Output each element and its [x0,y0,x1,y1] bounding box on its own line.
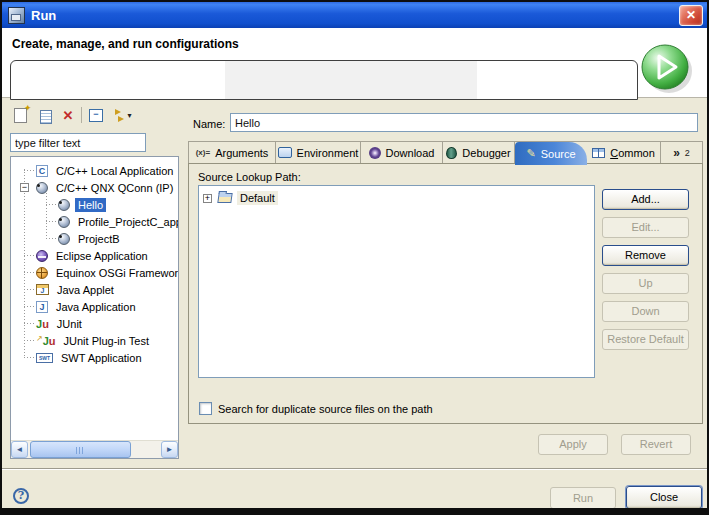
environment-icon [278,147,292,158]
junit-icon: Ju [36,318,49,330]
scroll-right-button[interactable]: ► [161,441,178,458]
tree-item-cpp-local-application[interactable]: C C/C++ Local Application [11,162,178,179]
qnx-target-icon [58,199,70,211]
window-bottom-edge [2,508,707,515]
name-label: Name: [193,118,225,130]
banner: Create, manage, and run configurations [2,28,707,98]
delete-configuration-button[interactable]: ✕ [59,107,77,124]
revert-button[interactable]: Revert [621,434,691,455]
tab-source[interactable]: ✎ Source [515,142,587,165]
thumb-grip-icon [76,447,85,454]
tab-overflow[interactable]: » 2 [661,142,702,163]
c-application-icon: C [36,165,48,177]
banner-message-area [10,60,638,100]
run-button[interactable]: Run [550,487,616,509]
left-arrow-icon: ◄ [16,445,24,454]
scrollbar-thumb[interactable] [30,441,131,458]
dialog-icon [8,7,25,24]
edit-button[interactable]: Edit... [602,217,689,238]
tree-item-swt-application[interactable]: SWT SWT Application [11,349,178,366]
eclipse-application-icon [36,250,48,262]
tree-item-projectb[interactable]: ProjectB [11,230,178,247]
tab-bar: (x)= Arguments Environment Download Debu… [188,141,703,163]
banner-message-placeholder [225,61,477,99]
right-arrow-icon: ► [166,445,174,454]
tree-item-java-applet[interactable]: J Java Applet [11,281,178,298]
duplicate-configuration-button[interactable] [35,107,53,124]
title-bar[interactable]: Run [2,2,707,28]
overflow-count: 2 [685,148,690,158]
duplicate-sources-checkbox[interactable] [199,402,212,415]
duplicate-sources-checkbox-label: Search for duplicate source files on the… [218,403,433,415]
down-button[interactable]: Down [602,301,689,322]
collapse-all-icon: − [89,109,103,122]
tree-item-eclipse-application[interactable]: Eclipse Application [11,247,178,264]
run-banner-icon [639,42,693,94]
overflow-chevron-icon: » [673,148,680,158]
swt-application-icon: SWT [36,353,53,363]
name-input[interactable] [230,113,698,132]
tab-arguments[interactable]: (x)= Arguments [189,142,276,163]
arguments-icon: (x)= [196,148,210,157]
qnx-target-icon [58,216,70,228]
help-icon: ? [18,489,24,502]
source-pencil-icon: ✎ [526,148,535,159]
duplicate-icon [40,110,52,124]
toolbar-separator [81,107,82,123]
tab-debugger[interactable]: Debugger [443,142,515,163]
scroll-left-button[interactable]: ◄ [11,441,28,458]
filter-input[interactable] [10,133,146,152]
banner-title: Create, manage, and run configurations [12,37,239,51]
collapse-all-button[interactable]: − [87,107,105,124]
configurations-tree: C C/C++ Local Application − C/C++ QNX QC… [10,156,179,459]
equinox-framework-icon [36,267,48,279]
tree-item-equinox-osgi[interactable]: Equinox OSGi Framework [11,264,178,281]
tree-item-java-application[interactable]: J Java Application [11,298,178,315]
qnx-target-icon [58,233,70,245]
expand-expander-icon[interactable]: + [203,194,212,203]
up-button[interactable]: Up [602,273,689,294]
remove-button[interactable]: Remove [602,245,689,266]
tree-item-junit[interactable]: Ju JUnit [11,315,178,332]
tab-common[interactable]: Common [587,142,661,163]
footer-divider [2,468,707,470]
collapse-expander-icon[interactable]: − [20,183,29,192]
dropdown-arrow-icon: ▾ [127,111,131,120]
tab-environment[interactable]: Environment [276,142,361,163]
filter-configurations-button[interactable]: ▾ [110,107,136,124]
debugger-icon [446,147,457,159]
close-window-button[interactable]: ✕ [679,5,703,26]
new-configuration-button[interactable]: ✦ [11,107,29,124]
run-dialog: Run ✕ Create, manage, and run configurat… [0,0,709,515]
tree-item-cpp-qnx-qconn[interactable]: − C/C++ QNX QConn (IP) [11,179,178,196]
common-table-icon [592,148,605,158]
java-application-icon: J [36,301,48,313]
new-configuration-icon: ✦ [14,108,27,123]
folder-icon [217,193,232,203]
tree-item-hello[interactable]: Hello [11,196,178,213]
tab-common-label: Common [610,147,655,159]
delete-icon: ✕ [63,109,74,122]
tree-item-profile-projectc[interactable]: Profile_ProjectC_app [11,213,178,230]
tab-download[interactable]: Download [361,142,443,163]
close-button[interactable]: Close [626,486,702,509]
help-button[interactable]: ? [13,488,29,504]
restore-default-button[interactable]: Restore Default [602,329,689,350]
java-applet-icon: J [36,284,49,295]
close-icon: ✕ [686,8,696,22]
window-title: Run [31,8,56,23]
download-icon [369,147,381,159]
add-button[interactable]: Add... [602,189,689,210]
junit-plugin-icon: ↗Ju [36,334,56,347]
apply-button[interactable]: Apply [538,434,608,455]
source-lookup-path-label: Source Lookup Path: [198,171,301,183]
qnx-target-icon [36,182,48,194]
default-item-label: Default [237,191,278,205]
tree-horizontal-scrollbar[interactable]: ◄ ► [11,440,178,458]
source-lookup-list[interactable]: + Default [198,185,595,378]
default-source-container-row[interactable]: + Default [203,190,278,206]
tree-item-junit-plugin-test[interactable]: ↗Ju JUnit Plug-in Test [11,332,178,349]
filter-icon [114,109,127,123]
